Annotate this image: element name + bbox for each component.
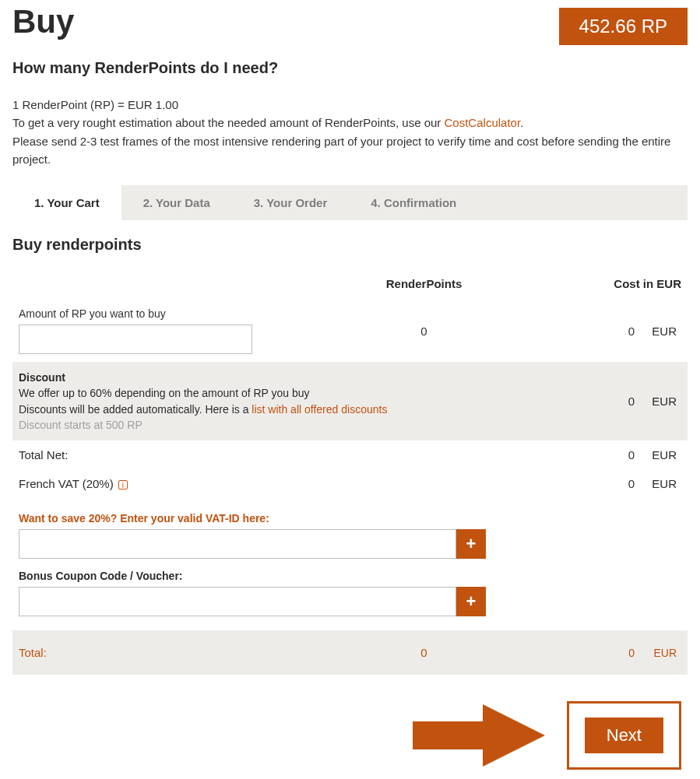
discount-title: Discount [19, 371, 65, 384]
tab-your-order[interactable]: 3. Your Order [232, 185, 349, 220]
next-button[interactable]: Next [585, 718, 663, 753]
plus-icon: + [466, 591, 477, 611]
total-label: Total: [19, 646, 315, 659]
page-title: Buy [12, 3, 74, 40]
intro-text: 1 RenderPoint (RP) = EUR 1.00 To get a v… [12, 96, 688, 168]
amount-input[interactable] [19, 325, 252, 354]
checkout-tabs: 1. Your Cart 2. Your Data 3. Your Order … [12, 185, 688, 220]
discount-list-link[interactable]: list with all offered discounts [252, 403, 387, 416]
subtitle: How many RenderPoints do I need? [12, 59, 688, 77]
tab-your-cart[interactable]: 1. Your Cart [12, 185, 121, 220]
amount-rp-value: 0 [315, 325, 533, 338]
total-currency: EUR [635, 647, 681, 659]
svg-marker-0 [413, 704, 545, 767]
discount-line2a: Discounts will be added automatically. H… [19, 403, 252, 416]
col-header-left [19, 277, 315, 290]
tab-confirmation[interactable]: 4. Confirmation [349, 185, 478, 220]
col-header-renderpoints: RenderPoints [315, 277, 533, 290]
total-net-value: 0 [533, 448, 635, 461]
renderpoints-balance-badge: 452.66 RP [559, 8, 688, 45]
intro-line2a: To get a very rought estimation about th… [12, 116, 445, 129]
vat-value: 0 [533, 477, 635, 490]
vat-id-input[interactable] [19, 529, 456, 559]
total-net-label: Total Net: [19, 448, 315, 461]
coupon-add-button[interactable]: + [456, 587, 486, 616]
total-net-currency: EUR [635, 448, 681, 461]
discount-cost-value: 0 [533, 395, 635, 408]
arrow-right-icon [413, 704, 545, 767]
discount-line1: We offer up to 60% depending on the amou… [19, 387, 310, 399]
plus-icon: + [466, 534, 477, 553]
col-header-cost: Cost in EUR [533, 277, 681, 290]
discount-muted: Discount starts at 500 RP [19, 419, 142, 431]
section-title: Buy renderpoints [12, 236, 688, 254]
amount-label: Amount of RP you want to buy [19, 307, 166, 320]
vat-id-label: Want to save 20%? Enter your valid VAT-I… [19, 512, 688, 525]
amount-currency: EUR [635, 325, 681, 338]
vat-currency: EUR [635, 477, 681, 490]
intro-line3: Please send 2-3 test frames of the most … [12, 135, 670, 166]
intro-line1: 1 RenderPoint (RP) = EUR 1.00 [12, 98, 178, 111]
intro-line2c: . [520, 116, 523, 129]
total-rp: 0 [315, 646, 533, 659]
cost-calculator-link[interactable]: CostCalculator [445, 116, 521, 129]
coupon-input[interactable] [19, 587, 456, 616]
tab-your-data[interactable]: 2. Your Data [121, 185, 232, 220]
amount-cost-value: 0 [533, 325, 635, 338]
coupon-label: Bonus Coupon Code / Voucher: [19, 570, 688, 582]
discount-currency: EUR [635, 395, 681, 408]
total-cost: 0 [533, 647, 635, 659]
vat-label: French VAT (20%) [19, 477, 114, 490]
next-button-highlight: Next [567, 701, 681, 770]
vat-id-add-button[interactable]: + [456, 529, 486, 559]
info-icon[interactable]: i [118, 480, 128, 490]
